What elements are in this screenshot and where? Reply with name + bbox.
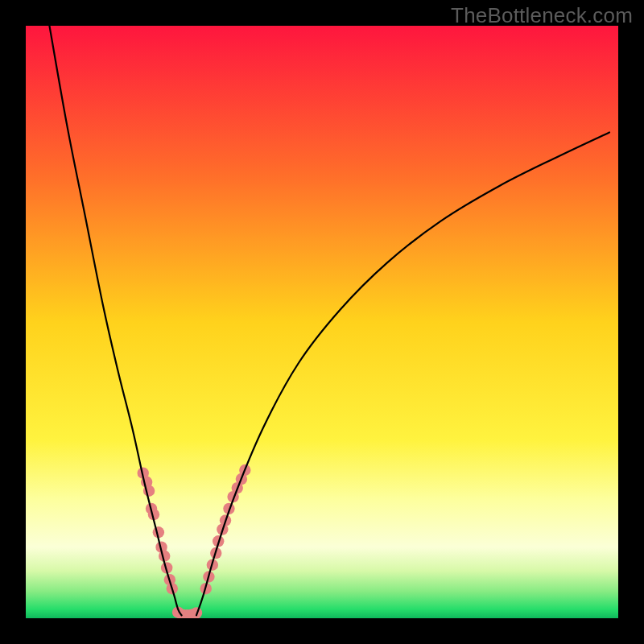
chart-frame: TheBottleneck.com [0,0,644,644]
curve-left-branch [49,26,181,615]
curve-right-branch [196,132,609,615]
chart-svg [26,26,618,618]
plot-area [26,26,618,618]
scatter-group [138,464,251,618]
watermark-text: TheBottleneck.com [451,3,633,28]
